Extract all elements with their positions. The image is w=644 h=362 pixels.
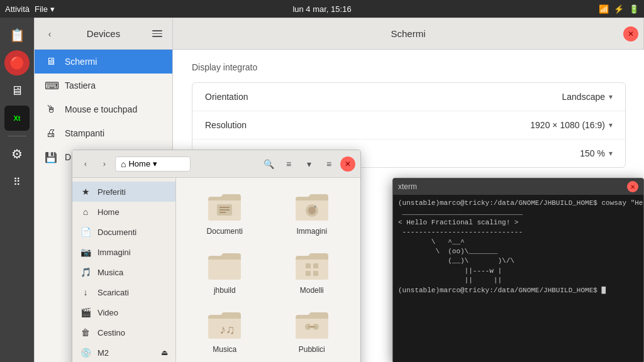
dock: 📋 🔴 🖥 Xt ⚙ ⠿ — [0, 18, 34, 362]
fm-grid: Documenti Immagini — [176, 178, 360, 362]
preferiti-label: Preferiti — [97, 187, 126, 197]
mouse-icon: 🖱 — [45, 104, 57, 115]
schermi-icon: 🖥 — [45, 56, 57, 67]
svg-text:♪♫: ♪♫ — [219, 322, 235, 336]
fm-sidebar-immagini[interactable]: 📷 Immagini — [72, 242, 175, 262]
fm-sidebar-m2[interactable]: 💿 M2 ⏏ — [72, 343, 175, 362]
tastiera-label: Tastiera — [65, 80, 96, 90]
activity-label[interactable]: Attività — [5, 4, 30, 14]
dock-icon-apps[interactable]: ⠿ — [4, 169, 30, 194]
folder-immagini-icon — [294, 192, 330, 223]
menu-button[interactable] — [148, 25, 166, 43]
folder-jhbuild-name: jhbuild — [214, 286, 236, 295]
dock-icon-display[interactable]: 🖥 — [4, 78, 30, 103]
fm-search-button[interactable]: 🔍 — [260, 155, 277, 173]
section-title: Display integrato — [192, 62, 626, 72]
topbar-left: Attività File ▾ — [5, 4, 55, 14]
fm-forward-button[interactable]: › — [96, 156, 113, 172]
xterm-window: xterm ✕ (unstable)marco@tricky:/data/GNO… — [392, 178, 644, 362]
fm-doc-icon: 📄 — [80, 227, 91, 237]
schermi-label: Schermi — [65, 57, 97, 67]
xterm-close-button[interactable]: ✕ — [627, 181, 638, 192]
fm-sidebar-cestino[interactable]: 🗑 Cestino — [72, 322, 175, 343]
fm-location-text: Home — [128, 159, 150, 168]
topbar-datetime: lun 4 mar, 15:16 — [292, 4, 351, 14]
dispositivi-icon: 💾 — [45, 151, 57, 163]
resolution-label: Resolution — [205, 120, 247, 130]
fm-close-button[interactable]: ✕ — [340, 156, 355, 172]
mouse-label: Mouse e touchpad — [65, 104, 137, 114]
dock-icon-files[interactable]: 📋 — [4, 23, 30, 48]
sidebar-item-tastiera[interactable]: ⌨ Tastiera — [35, 74, 172, 97]
fm-sidebar-video[interactable]: 🎬 Video — [72, 302, 175, 322]
folder-jhbuild[interactable]: jhbuild — [184, 244, 266, 299]
fm-sidebar-scaricati[interactable]: ↓ Scaricati — [72, 282, 175, 302]
folder-modelli-name: Modelli — [300, 286, 324, 295]
dock-icon-xterm[interactable]: Xt — [4, 106, 30, 131]
battery-icon[interactable]: 🔋 — [629, 4, 639, 14]
scale-dropdown-arrow: ▾ — [609, 149, 613, 158]
sidebar-item-schermi[interactable]: 🖥 Schermi — [35, 50, 172, 74]
devices-center-title: Schermi — [173, 28, 643, 39]
bluetooth-icon[interactable]: ⚡ — [614, 4, 624, 14]
sidebar-item-mouse[interactable]: 🖱 Mouse e touchpad — [35, 97, 172, 121]
fm-immagini-label: Immagini — [97, 248, 131, 257]
folder-documenti-icon — [207, 192, 242, 223]
devices-close-button[interactable]: ✕ — [623, 26, 638, 41]
orientation-label: Orientation — [205, 92, 248, 102]
folder-musica-name: Musica — [213, 345, 236, 354]
file-menu[interactable]: File ▾ — [35, 4, 55, 14]
fm-download-icon: ↓ — [80, 287, 91, 297]
fm-back-button[interactable]: ‹ — [77, 156, 94, 172]
resolution-row: Resolution 1920 × 1080 (16:9) ▾ — [192, 111, 625, 140]
folder-modelli[interactable]: Modelli — [271, 244, 353, 299]
orientation-value[interactable]: Landscape ▾ — [562, 92, 613, 102]
dock-icon-git[interactable]: 🔴 — [4, 50, 30, 75]
topbar: Attività File ▾ lun 4 mar, 15:16 📶 ⚡ 🔋 — [0, 0, 644, 18]
fm-view-button[interactable]: ▾ — [300, 155, 318, 173]
back-button[interactable]: ‹ — [41, 25, 58, 43]
fm-sort-button[interactable]: ≡ — [280, 155, 297, 173]
xterm-content[interactable]: (unstable)marco@tricky:/data/GNOME/JHBUI… — [393, 195, 643, 362]
file-manager: ‹ › ⌂ Home ▾ 🔍 ≡ ▾ ≡ ✕ ★ Preferiti ⌂ — [72, 150, 361, 362]
fm-sidebar: ★ Preferiti ⌂ Home 📄 Documenti 📷 Immagin… — [72, 178, 176, 362]
folder-musica[interactable]: ♪♫ Musica — [184, 304, 266, 358]
scale-value[interactable]: 150 % ▾ — [580, 148, 613, 158]
resolution-value[interactable]: 1920 × 1080 (16:9) ▾ — [530, 120, 613, 130]
svg-rect-9 — [306, 271, 311, 276]
folder-pubblici-name: Pubblici — [299, 345, 325, 354]
fm-sidebar-musica[interactable]: 🎵 Musica — [72, 262, 175, 282]
home-icon: ⌂ — [121, 159, 126, 169]
fm-menu-button[interactable]: ≡ — [320, 155, 338, 173]
fm-sidebar-preferiti[interactable]: ★ Preferiti — [72, 182, 175, 202]
fm-m2-eject[interactable]: ⏏ — [161, 348, 168, 357]
preferiti-icon: ★ — [80, 187, 91, 197]
devices-header: ‹ Devices Schermi ✕ — [35, 18, 643, 50]
fm-sidebar-documenti[interactable]: 📄 Documenti — [72, 222, 175, 242]
folder-immagini[interactable]: Immagini — [271, 185, 353, 239]
orientation-dropdown-arrow: ▾ — [609, 92, 613, 101]
orientation-row: Orientation Landscape ▾ — [192, 83, 625, 111]
svg-rect-7 — [306, 263, 311, 268]
fm-video-label: Video — [97, 308, 118, 317]
fm-location-bar[interactable]: ⌂ Home ▾ — [115, 156, 191, 172]
folder-pubblici[interactable]: Pubblici — [271, 304, 353, 358]
fm-cestino-label: Cestino — [97, 328, 125, 337]
fm-musica-label: Musica — [97, 268, 123, 277]
xterm-title: xterm — [398, 182, 417, 191]
folder-musica-icon: ♪♫ — [207, 310, 242, 341]
svg-rect-8 — [313, 263, 318, 268]
dock-separator — [8, 136, 26, 136]
network-icon[interactable]: 📶 — [599, 4, 609, 14]
main-area: ‹ Devices Schermi ✕ 🖥 Schermi ⌨ Tastiera — [34, 18, 644, 362]
xterm-header: xterm ✕ — [393, 178, 643, 195]
fm-music-icon: 🎵 — [80, 267, 91, 277]
folder-jhbuild-icon — [207, 251, 242, 282]
dock-icon-settings[interactable]: ⚙ — [4, 141, 30, 167]
fm-sidebar-home[interactable]: ⌂ Home — [72, 202, 175, 222]
sidebar-item-stampanti[interactable]: 🖨 Stampanti — [35, 121, 172, 145]
fm-m2-icon: 💿 — [80, 348, 91, 358]
svg-point-6 — [314, 206, 316, 208]
fm-home-icon: ⌂ — [80, 207, 91, 217]
folder-documenti[interactable]: Documenti — [184, 185, 266, 239]
